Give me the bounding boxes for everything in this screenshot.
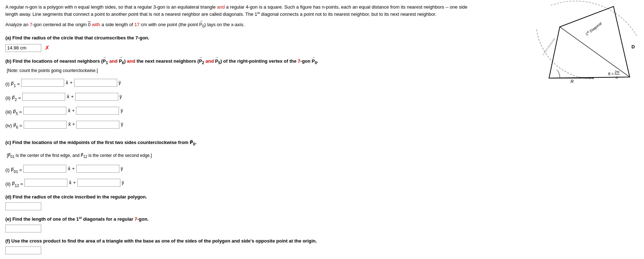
section-a: (a) Find the radius of the circle that t… [5,34,475,52]
x-hat-01: x̂ + [68,165,75,173]
x-hat-5: x̂ + [68,107,75,115]
theta-label: θ = [608,72,614,76]
r-label: R [571,79,574,84]
analyze-line: Analyze an 7-gon centered at the origin … [5,21,475,29]
part-b-label: (b) Find the locations of nearest neighb… [5,58,475,66]
p5-row: (iii) P⃗5 = x̂ + ŷ [5,105,475,117]
x-hat-6: x̂ + [68,121,75,128]
x-hat-12: x̂ + [69,179,76,187]
part-d-answer[interactable] [5,202,41,210]
part-f-answer[interactable] [5,246,41,254]
x-hat-1: x̂ + [66,79,72,87]
diagram-svg: 1st Diagonal D θ = 2π n R Figure © 2020 … [490,0,644,86]
section-d: (d) Find the radius of the circle inscri… [5,193,475,210]
part-e-label: (e) Find the length of one of the 1st di… [5,215,475,223]
intro-paragraph: A regular n-gon is a polygon with n equa… [5,4,475,18]
p6-label: (iv) P⃗6 = [5,119,22,130]
p1-y-input[interactable] [74,79,117,87]
y-hat-5: ŷ [120,107,123,115]
svg-line-1 [560,27,630,77]
p5-x-input[interactable] [23,107,66,115]
p2-x-input[interactable] [22,93,65,101]
section-c: (c) Find the locations of the midpoints … [5,135,475,188]
p01-x-input[interactable] [23,165,66,173]
p6-y-input[interactable] [76,121,119,129]
p6-x-input[interactable] [24,121,67,129]
section-f: (f) Use the cross product to find the ar… [5,238,475,254]
part-b-note: [Note: count the points going counterclo… [7,67,475,74]
p2-y-input[interactable] [75,93,118,101]
p01-label: (i) P⃗01 = [5,163,22,175]
diagram-area: 1st Diagonal D θ = 2π n R Figure © 2020 … [490,0,644,86]
y-hat-6: ŷ [121,121,123,128]
p1-x-input[interactable] [21,79,64,87]
wrong-mark: ✗ [45,43,49,53]
p01-row: (i) P⃗01 = x̂ + ŷ [5,163,475,175]
part-c-label: (c) Find the locations of the midpoints … [5,135,475,147]
diagonal-label: 1st Diagonal [584,21,602,37]
part-a-label: (a) Find the radius of the circle that t… [5,34,475,42]
part-c-note: [P⃗01 is the center of the first edge, a… [7,149,475,160]
part-d-label: (d) Find the radius of the circle inscri… [5,193,475,201]
p1-row: (i) P⃗1 = x̂ + ŷ [5,77,475,89]
part-e-answer[interactable] [5,225,41,232]
part-a-answer[interactable] [5,44,41,52]
p12-y-input[interactable] [77,179,120,187]
p5-label: (iii) P⃗5 = [5,105,22,117]
intro-text-content: A regular n-gon is a polygon with n equa… [5,4,467,17]
part-f-label: (f) Use the cross product to find the ar… [5,238,475,245]
p12-label: (ii) P⃗12 = [5,177,23,189]
fraction-den: n [616,75,618,80]
d-label: D [631,44,635,49]
y-hat-12: ŷ [122,179,124,187]
p2-row: (ii) P⃗2 = x̂ + ŷ [5,91,475,103]
y-hat-1: ŷ [119,79,121,87]
p12-x-input[interactable] [24,179,67,187]
section-b: (b) Find the locations of nearest neighb… [5,58,475,131]
y-hat-01: ŷ [121,165,123,173]
fraction-num: 2π [615,70,620,74]
section-e: (e) Find the length of one of the 1st di… [5,215,475,232]
p01-y-input[interactable] [76,165,119,173]
p1-label: (i) P⃗1 = [5,77,20,89]
p12-row: (ii) P⃗12 = x̂ + ŷ [5,177,475,189]
p5-y-input[interactable] [76,107,119,115]
p6-row: (iv) P⃗6 = x̂ + ŷ [5,119,475,130]
small-copyright: © 2020 Rantschler [542,37,556,56]
y-hat-2: ŷ [120,93,122,101]
p2-label: (ii) P⃗2 = [5,91,21,103]
svg-marker-0 [549,6,630,78]
x-hat-2: x̂ + [67,93,73,101]
